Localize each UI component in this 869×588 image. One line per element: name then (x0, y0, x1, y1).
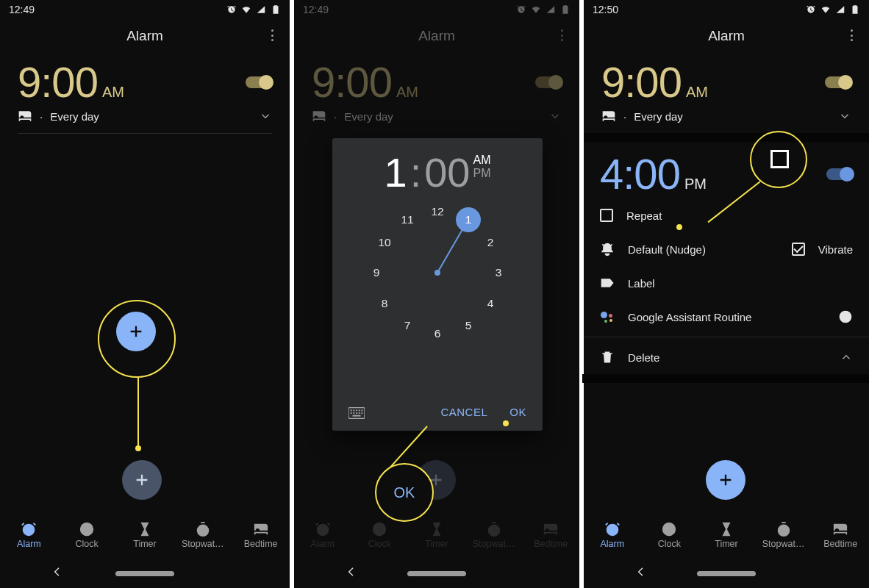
status-time: 12:49 (9, 4, 35, 15)
trash-icon (600, 350, 615, 365)
alarm-time[interactable]: 4:00PM (600, 149, 707, 198)
status-bar: 12:49 (294, 0, 579, 18)
battery-icon (271, 4, 281, 15)
nav-clock[interactable]: Clock (641, 512, 698, 559)
alarm-toggle[interactable] (826, 168, 853, 180)
bottom-nav: Alarm Clock Timer Stopwat… Bedtime (584, 512, 869, 559)
plus-circle-icon[interactable] (838, 309, 853, 324)
page-title: Alarm (708, 28, 745, 44)
overflow-menu-icon[interactable] (554, 28, 569, 43)
status-bar: 12:49 (0, 0, 290, 18)
bell-icon (600, 242, 615, 257)
nav-timer[interactable]: Timer (408, 512, 465, 559)
bed-icon (18, 111, 32, 121)
nav-clock[interactable]: Clock (58, 512, 116, 559)
overflow-menu-icon[interactable] (265, 28, 279, 43)
sound-row[interactable]: Default (Nudge) Vibrate (600, 232, 853, 266)
alarm-time[interactable]: 9:00AM (601, 57, 708, 107)
bottom-nav: Alarm Clock Timer Stopwat… Bedtime (0, 512, 290, 559)
add-alarm-fab-bottom[interactable] (122, 460, 162, 500)
highlight-line (137, 378, 139, 449)
time-picker-dialog: 1 : 00 AM PM 12 1 2 3 4 5 6 7 8 9 10 11 … (332, 138, 543, 431)
back-icon[interactable] (635, 566, 647, 581)
nav-clock[interactable]: Clock (351, 512, 409, 559)
nav-stopwatch[interactable]: Stopwat… (465, 512, 523, 559)
signal-icon (256, 4, 266, 15)
alarm-toggle[interactable] (246, 76, 272, 88)
highlight-dot (503, 420, 509, 426)
assistant-row[interactable]: Google Assistant Routine (600, 300, 853, 334)
alarm-time[interactable]: 9:00 AM (18, 57, 124, 107)
picker-hour[interactable]: 1 (384, 148, 407, 196)
back-icon[interactable] (51, 566, 63, 581)
assistant-icon (600, 309, 615, 324)
picker-meridiem[interactable]: AM PM (473, 148, 491, 180)
alarm-expanded-card: 4:00PM Repeat Default (Nudge) Vibrate La… (584, 142, 869, 383)
delete-row[interactable]: Delete (600, 340, 853, 374)
repeat-checkbox[interactable] (600, 209, 613, 222)
nav-timer[interactable]: Timer (116, 512, 174, 559)
phone-1: 12:49 Alarm 9:00 AM · Every day (0, 0, 290, 588)
nav-timer[interactable]: Timer (698, 512, 755, 559)
nav-alarm[interactable]: Alarm (0, 512, 58, 559)
alarm-toggle[interactable] (825, 76, 851, 88)
highlight-dot (135, 445, 141, 451)
chevron-down-icon (259, 110, 272, 123)
vibrate-checkbox[interactable] (792, 243, 805, 256)
overflow-menu-icon[interactable] (844, 28, 859, 43)
back-icon[interactable] (346, 566, 357, 581)
svg-point-5 (488, 526, 499, 537)
nav-bedtime[interactable]: Bedtime (232, 512, 290, 559)
clock-face[interactable]: 12 1 2 3 4 5 6 7 8 9 10 11 (364, 199, 511, 346)
picker-minute[interactable]: 00 (424, 148, 470, 196)
nav-bedtime[interactable]: Bedtime (522, 512, 579, 559)
alarm-expand-row[interactable]: · Every day (18, 110, 272, 134)
page-title: Alarm (126, 28, 163, 44)
highlight-dot (676, 224, 682, 230)
chevron-down-icon (838, 110, 851, 123)
home-pill[interactable] (697, 571, 756, 576)
phone-3: 12:50 Alarm 9:00AM ·Every day 4:00PM (579, 0, 869, 588)
home-pill[interactable] (115, 571, 174, 576)
status-time: 12:50 (593, 4, 618, 15)
svg-point-21 (778, 526, 789, 537)
nav-alarm[interactable]: Alarm (294, 512, 351, 559)
nav-bedtime[interactable]: Bedtime (812, 512, 869, 559)
alarm-card: 9:00 AM · Every day (0, 54, 290, 134)
alarm-status-icon (226, 4, 237, 15)
bottom-nav: Alarm Clock Timer Stopwat… Bedtime (294, 512, 579, 559)
home-pill[interactable] (407, 571, 466, 576)
app-bar: Alarm (0, 18, 290, 54)
cancel-button[interactable]: CANCEL (440, 406, 487, 418)
label-row[interactable]: Label (600, 266, 853, 300)
nav-stopwatch[interactable]: Stopwat… (174, 512, 232, 559)
phone-2: 12:49 Alarm 9:00AM ·Every day (290, 0, 579, 588)
label-icon (600, 276, 615, 290)
add-alarm-fab[interactable] (706, 460, 745, 500)
system-nav (0, 559, 290, 588)
add-alarm-fab[interactable] (116, 312, 156, 351)
ok-button[interactable]: OK (509, 406, 526, 418)
chevron-up-icon[interactable] (840, 351, 853, 364)
svg-point-2 (197, 526, 208, 537)
status-icons (226, 4, 281, 15)
status-time: 12:49 (303, 4, 329, 15)
wifi-icon (241, 4, 251, 15)
nav-alarm[interactable]: Alarm (584, 512, 641, 559)
alarm-expand-row[interactable]: ·Every day (601, 110, 851, 133)
repeat-row[interactable]: Repeat (600, 198, 853, 232)
nav-stopwatch[interactable]: Stopwat… (755, 512, 812, 559)
